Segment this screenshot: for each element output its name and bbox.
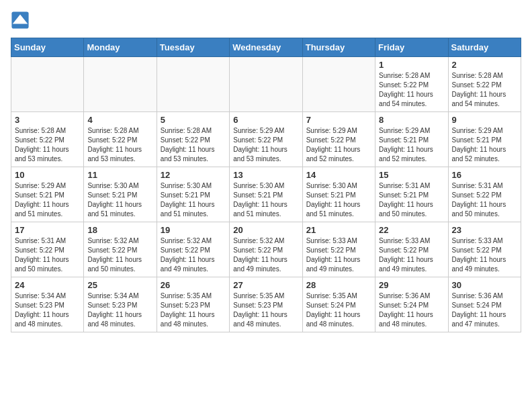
- day-number: 12: [161, 170, 226, 180]
- calendar-cell: 14Sunrise: 5:30 AMSunset: 5:21 PMDayligh…: [302, 167, 375, 222]
- day-info: Sunrise: 5:29 AMSunset: 5:21 PMDaylight:…: [15, 181, 80, 219]
- day-number: 10: [15, 170, 80, 180]
- day-info: Sunrise: 5:28 AMSunset: 5:22 PMDaylight:…: [161, 126, 226, 164]
- calendar-cell: 29Sunrise: 5:36 AMSunset: 5:24 PMDayligh…: [375, 277, 448, 332]
- weekday-header-friday: Friday: [375, 38, 448, 57]
- weekday-header-tuesday: Tuesday: [157, 38, 229, 57]
- logo-icon: [11, 11, 30, 30]
- calendar-cell: 9Sunrise: 5:29 AMSunset: 5:21 PMDaylight…: [448, 112, 521, 167]
- day-info: Sunrise: 5:31 AMSunset: 5:21 PMDaylight:…: [379, 181, 444, 219]
- day-info: Sunrise: 5:30 AMSunset: 5:21 PMDaylight:…: [161, 181, 226, 219]
- calendar-cell: 19Sunrise: 5:32 AMSunset: 5:22 PMDayligh…: [157, 222, 229, 277]
- day-info: Sunrise: 5:30 AMSunset: 5:21 PMDaylight:…: [306, 181, 371, 219]
- day-number: 26: [161, 280, 226, 290]
- calendar-cell: 4Sunrise: 5:28 AMSunset: 5:22 PMDaylight…: [84, 112, 157, 167]
- logo: [11, 11, 32, 30]
- day-info: Sunrise: 5:30 AMSunset: 5:21 PMDaylight:…: [233, 181, 298, 219]
- calendar-cell: 12Sunrise: 5:30 AMSunset: 5:21 PMDayligh…: [157, 167, 229, 222]
- calendar-cell: 5Sunrise: 5:28 AMSunset: 5:22 PMDaylight…: [157, 112, 229, 167]
- calendar-cell: 18Sunrise: 5:32 AMSunset: 5:22 PMDayligh…: [84, 222, 157, 277]
- day-number: 3: [15, 115, 80, 125]
- calendar-cell: 21Sunrise: 5:33 AMSunset: 5:22 PMDayligh…: [302, 222, 375, 277]
- calendar-cell: [157, 57, 229, 112]
- day-number: 14: [306, 170, 371, 180]
- week-row-5: 24Sunrise: 5:34 AMSunset: 5:23 PMDayligh…: [11, 277, 521, 332]
- week-row-4: 17Sunrise: 5:31 AMSunset: 5:22 PMDayligh…: [11, 222, 521, 277]
- day-info: Sunrise: 5:32 AMSunset: 5:22 PMDaylight:…: [233, 236, 298, 274]
- day-info: Sunrise: 5:30 AMSunset: 5:21 PMDaylight:…: [87, 181, 152, 219]
- calendar-cell: 27Sunrise: 5:35 AMSunset: 5:23 PMDayligh…: [230, 277, 302, 332]
- day-number: 23: [452, 225, 517, 235]
- day-info: Sunrise: 5:35 AMSunset: 5:23 PMDaylight:…: [161, 291, 226, 329]
- page-header: [11, 11, 521, 30]
- calendar-cell: 30Sunrise: 5:36 AMSunset: 5:24 PMDayligh…: [448, 277, 521, 332]
- day-number: 27: [233, 280, 298, 290]
- calendar-cell: 23Sunrise: 5:33 AMSunset: 5:22 PMDayligh…: [448, 222, 521, 277]
- calendar-cell: 26Sunrise: 5:35 AMSunset: 5:23 PMDayligh…: [157, 277, 229, 332]
- day-number: 5: [161, 115, 226, 125]
- calendar-cell: 24Sunrise: 5:34 AMSunset: 5:23 PMDayligh…: [11, 277, 84, 332]
- day-info: Sunrise: 5:33 AMSunset: 5:22 PMDaylight:…: [452, 236, 517, 274]
- calendar-cell: 6Sunrise: 5:29 AMSunset: 5:22 PMDaylight…: [230, 112, 302, 167]
- calendar-cell: 15Sunrise: 5:31 AMSunset: 5:21 PMDayligh…: [375, 167, 448, 222]
- day-info: Sunrise: 5:29 AMSunset: 5:22 PMDaylight:…: [306, 126, 371, 164]
- day-number: 30: [452, 280, 517, 290]
- day-info: Sunrise: 5:33 AMSunset: 5:22 PMDaylight:…: [379, 236, 444, 274]
- day-info: Sunrise: 5:31 AMSunset: 5:22 PMDaylight:…: [15, 236, 80, 274]
- day-info: Sunrise: 5:35 AMSunset: 5:24 PMDaylight:…: [306, 291, 371, 329]
- day-number: 22: [379, 225, 444, 235]
- calendar-cell: 25Sunrise: 5:34 AMSunset: 5:23 PMDayligh…: [84, 277, 157, 332]
- weekday-header-wednesday: Wednesday: [230, 38, 302, 57]
- calendar-cell: 10Sunrise: 5:29 AMSunset: 5:21 PMDayligh…: [11, 167, 84, 222]
- day-number: 6: [233, 115, 298, 125]
- day-info: Sunrise: 5:32 AMSunset: 5:22 PMDaylight:…: [161, 236, 226, 274]
- calendar-cell: 16Sunrise: 5:31 AMSunset: 5:22 PMDayligh…: [448, 167, 521, 222]
- day-number: 9: [452, 115, 517, 125]
- calendar-cell: 28Sunrise: 5:35 AMSunset: 5:24 PMDayligh…: [302, 277, 375, 332]
- calendar-cell: [302, 57, 375, 112]
- day-number: 1: [379, 60, 444, 70]
- calendar-cell: 20Sunrise: 5:32 AMSunset: 5:22 PMDayligh…: [230, 222, 302, 277]
- day-number: 8: [379, 115, 444, 125]
- day-number: 28: [306, 280, 371, 290]
- day-info: Sunrise: 5:34 AMSunset: 5:23 PMDaylight:…: [15, 291, 80, 329]
- day-info: Sunrise: 5:34 AMSunset: 5:23 PMDaylight:…: [87, 291, 152, 329]
- weekday-header-saturday: Saturday: [448, 38, 521, 57]
- day-info: Sunrise: 5:29 AMSunset: 5:21 PMDaylight:…: [379, 126, 444, 164]
- day-info: Sunrise: 5:36 AMSunset: 5:24 PMDaylight:…: [379, 291, 444, 329]
- calendar-cell: 13Sunrise: 5:30 AMSunset: 5:21 PMDayligh…: [230, 167, 302, 222]
- calendar-cell: 22Sunrise: 5:33 AMSunset: 5:22 PMDayligh…: [375, 222, 448, 277]
- day-number: 11: [87, 170, 152, 180]
- week-row-1: 1Sunrise: 5:28 AMSunset: 5:22 PMDaylight…: [11, 57, 521, 112]
- day-number: 18: [87, 225, 152, 235]
- weekday-header-row: SundayMondayTuesdayWednesdayThursdayFrid…: [11, 38, 521, 57]
- weekday-header-monday: Monday: [84, 38, 157, 57]
- weekday-header-thursday: Thursday: [302, 38, 375, 57]
- week-row-3: 10Sunrise: 5:29 AMSunset: 5:21 PMDayligh…: [11, 167, 521, 222]
- day-number: 25: [87, 280, 152, 290]
- calendar-cell: 1Sunrise: 5:28 AMSunset: 5:22 PMDaylight…: [375, 57, 448, 112]
- day-number: 24: [15, 280, 80, 290]
- weekday-header-sunday: Sunday: [11, 38, 84, 57]
- day-number: 21: [306, 225, 371, 235]
- day-info: Sunrise: 5:31 AMSunset: 5:22 PMDaylight:…: [452, 181, 517, 219]
- day-number: 17: [15, 225, 80, 235]
- day-number: 16: [452, 170, 517, 180]
- calendar-table: SundayMondayTuesdayWednesdayThursdayFrid…: [11, 38, 521, 332]
- day-info: Sunrise: 5:29 AMSunset: 5:21 PMDaylight:…: [452, 126, 517, 164]
- day-number: 7: [306, 115, 371, 125]
- week-row-2: 3Sunrise: 5:28 AMSunset: 5:22 PMDaylight…: [11, 112, 521, 167]
- day-number: 29: [379, 280, 444, 290]
- day-info: Sunrise: 5:32 AMSunset: 5:22 PMDaylight:…: [87, 236, 152, 274]
- calendar-cell: [11, 57, 84, 112]
- calendar-cell: 2Sunrise: 5:28 AMSunset: 5:22 PMDaylight…: [448, 57, 521, 112]
- calendar-cell: 8Sunrise: 5:29 AMSunset: 5:21 PMDaylight…: [375, 112, 448, 167]
- day-number: 13: [233, 170, 298, 180]
- day-info: Sunrise: 5:35 AMSunset: 5:23 PMDaylight:…: [233, 291, 298, 329]
- calendar-cell: 7Sunrise: 5:29 AMSunset: 5:22 PMDaylight…: [302, 112, 375, 167]
- day-info: Sunrise: 5:29 AMSunset: 5:22 PMDaylight:…: [233, 126, 298, 164]
- calendar-cell: 11Sunrise: 5:30 AMSunset: 5:21 PMDayligh…: [84, 167, 157, 222]
- day-info: Sunrise: 5:36 AMSunset: 5:24 PMDaylight:…: [452, 291, 517, 329]
- day-info: Sunrise: 5:28 AMSunset: 5:22 PMDaylight:…: [379, 71, 444, 109]
- calendar-cell: [84, 57, 157, 112]
